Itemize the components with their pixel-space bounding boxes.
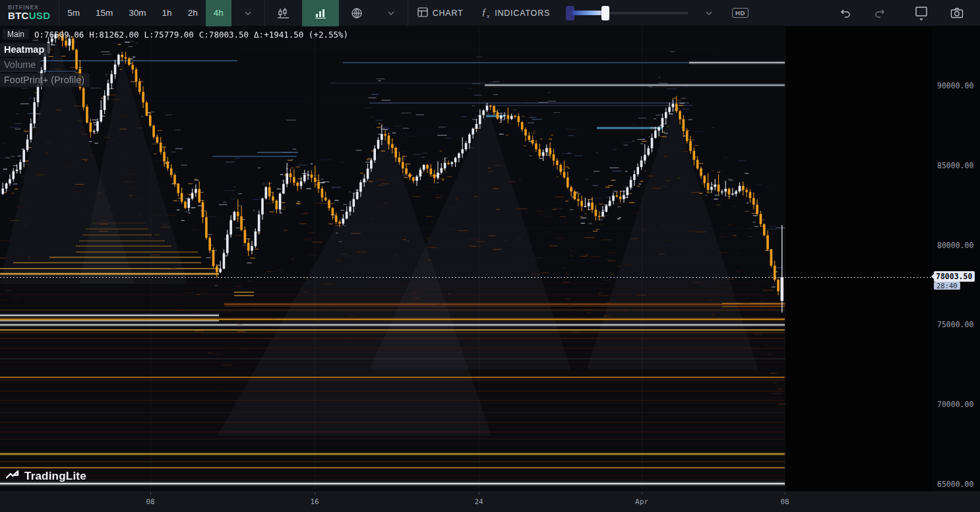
price-axis-label: 90000.00 (937, 81, 973, 90)
slider-dropdown-chevron-icon[interactable] (692, 0, 725, 26)
ohlc-high: H:81262.00 (89, 30, 138, 40)
price-axis-label: 85000.00 (937, 161, 973, 170)
timeframe-15m[interactable]: 15m (88, 0, 121, 26)
candles-chart-type-icon[interactable] (265, 0, 302, 26)
time-axis-label: 08 (780, 497, 789, 506)
time-axis-label: Apr (635, 497, 648, 506)
chart-menu-button[interactable]: CHART (408, 0, 473, 26)
hd-quality-toggle[interactable]: HD (732, 8, 749, 18)
screenshot-camera-icon[interactable] (940, 0, 973, 26)
ohlc-low: L:75779.00 (144, 30, 194, 40)
time-axis[interactable]: 081624Apr08 (0, 492, 980, 512)
indicators-button[interactable]: ƒx INDICATORS (473, 0, 560, 26)
timeframe-2h[interactable]: 2h (180, 0, 206, 26)
time-axis-label: 16 (310, 497, 319, 506)
fx-icon: ƒx (482, 7, 491, 19)
price-axis-label: 65000.00 (937, 480, 973, 489)
ohlc-legend: Main O:76509.06 H:81262.00 L:75779.00 C:… (3, 29, 348, 40)
current-price-tag: 78003.50 (934, 271, 975, 282)
time-axis-tick (315, 492, 315, 495)
slider-fill (572, 11, 604, 15)
tradinglite-watermark: TradingLite (5, 468, 86, 484)
main-layer-chip[interactable]: Main (3, 29, 29, 40)
price-axis[interactable]: 78003.50 28:40 90000.0085000.0070000.006… (932, 26, 980, 492)
tradinglite-logo-icon (5, 468, 20, 484)
slider-handle[interactable] (601, 6, 609, 20)
layer-footprint-profile[interactable]: FootPrint+ (Profile) (0, 73, 90, 87)
overlay-dropdown-chevron-icon[interactable] (375, 0, 408, 26)
ohlc-open: O:76509.06 (34, 30, 84, 40)
undo-icon[interactable] (828, 0, 861, 26)
timeframe-dropdown-chevron-icon[interactable] (231, 0, 264, 26)
toolbar-right-tools (828, 0, 980, 26)
price-axis-label: 75000.00 (937, 320, 973, 329)
globe-overlay-icon[interactable] (339, 0, 375, 26)
timeframe-4h-active[interactable]: 4h (206, 0, 231, 26)
timeframe-30m[interactable]: 30m (121, 0, 154, 26)
timeframe-1h[interactable]: 1h (154, 0, 180, 26)
time-axis-label: 24 (474, 497, 483, 506)
time-axis-tick (785, 492, 785, 495)
layer-heatmap[interactable]: Heatmap (0, 43, 49, 57)
tradinglite-app: BITFINEX BTCUSD 5m 15m 30m 1h 2h 4h (0, 0, 980, 512)
top-toolbar: BITFINEX BTCUSD 5m 15m 30m 1h 2h 4h (0, 0, 980, 26)
timeframe-5m[interactable]: 5m (59, 0, 88, 26)
fullscreen-frame-icon[interactable] (905, 0, 938, 26)
redo-icon[interactable] (864, 0, 897, 26)
price-axis-label: 80000.00 (937, 241, 973, 250)
time-axis-tick (642, 492, 642, 495)
heatmap-intensity-slider[interactable] (566, 0, 689, 26)
ohlc-close: C:78003.50 (199, 30, 249, 40)
volume-histogram-icon[interactable] (302, 0, 339, 26)
time-axis-label: 08 (146, 497, 154, 506)
time-axis-tick (479, 492, 479, 495)
watermark-text: TradingLite (24, 470, 86, 483)
candle-countdown: 28:40 (934, 282, 960, 290)
symbol-label: BTCUSD (8, 11, 50, 22)
time-axis-tick (150, 492, 151, 495)
ohlc-delta: Δ:+1941.50 (+2.55%) (254, 30, 348, 40)
chart-area: Main O:76509.06 H:81262.00 L:75779.00 C:… (0, 26, 980, 492)
symbol-selector[interactable]: BITFINEX BTCUSD (0, 5, 59, 22)
price-axis-label: 70000.00 (937, 400, 973, 409)
chart-grid-icon (417, 7, 428, 19)
layer-volume[interactable]: Volume (0, 58, 41, 72)
chart-canvas[interactable] (0, 26, 932, 492)
